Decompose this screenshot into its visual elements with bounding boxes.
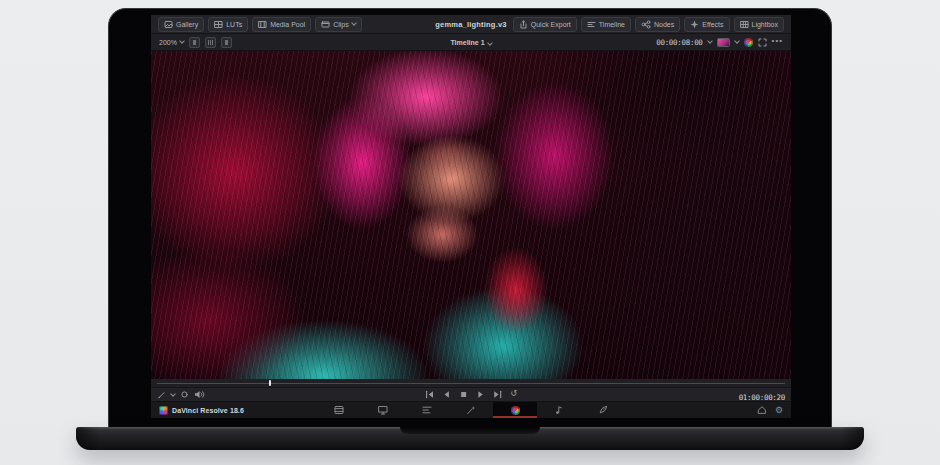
chevron-down-icon[interactable] <box>170 391 176 397</box>
laptop-screen: gemma_lighting.v3 Gallery LUTs Media Poo… <box>108 8 832 427</box>
quick-export-button[interactable]: Quick Export <box>513 17 577 32</box>
page-background: gemma_lighting.v3 Gallery LUTs Media Poo… <box>0 0 940 465</box>
app-version-label: DaVinci Resolve 18.6 <box>172 407 244 414</box>
media-pool-button[interactable]: Media Pool <box>252 17 311 32</box>
page-fairlight-button[interactable] <box>537 402 581 418</box>
timeline-button[interactable]: Timeline <box>581 17 631 32</box>
luts-icon <box>214 20 223 29</box>
chevron-down-icon <box>487 40 493 46</box>
effects-button[interactable]: Effects <box>684 17 729 32</box>
quick-export-icon <box>519 20 528 29</box>
lightbox-button[interactable]: Lightbox <box>734 17 784 32</box>
page-bar-right-group: ⚙ <box>757 405 783 415</box>
effects-icon <box>690 20 699 29</box>
playhead-timecode: 01:00:00:20 <box>739 393 785 402</box>
lightbox-icon <box>740 20 749 29</box>
laptop-thumb-scoop <box>400 427 540 435</box>
chevron-down-icon[interactable] <box>734 38 740 44</box>
loop-button[interactable]: ↺ <box>510 390 517 398</box>
settings-gear-icon[interactable]: ⚙ <box>775 406 783 415</box>
timeline-icon <box>587 20 596 29</box>
gallery-icon <box>164 20 173 29</box>
transport-bar: ↺ 01:00:00:20 <box>151 388 791 402</box>
page-color-button[interactable] <box>493 402 537 418</box>
davinci-resolve-logo <box>159 406 168 415</box>
page-fusion-button[interactable] <box>449 402 493 418</box>
luts-button[interactable]: LUTs <box>208 17 248 32</box>
toolbar-right-group: Quick Export Timeline Nodes Effects <box>513 17 784 32</box>
last-frame-button[interactable] <box>493 390 502 399</box>
clips-icon <box>321 20 330 29</box>
page-navigation-bar: DaVinci Resolve 18.6 ⚙ <box>151 402 791 418</box>
expand-icon[interactable] <box>758 38 767 47</box>
viewer-tools-group <box>157 390 205 399</box>
first-frame-button[interactable] <box>425 390 434 399</box>
color-page-wheel-icon <box>511 406 520 415</box>
page-tabs <box>317 402 625 418</box>
nodes-icon <box>641 20 651 29</box>
viewer-canvas <box>151 51 791 379</box>
clips-button[interactable]: Clips <box>315 17 362 32</box>
chevron-down-icon <box>179 38 185 44</box>
pen-tool-icon[interactable] <box>157 390 166 399</box>
page-deliver-button[interactable] <box>581 402 625 418</box>
top-toolbar: gemma_lighting.v3 Gallery LUTs Media Poo… <box>151 15 791 34</box>
toolbar-left-group: Gallery LUTs Media Pool Clips <box>158 17 362 32</box>
page-cut-button[interactable] <box>361 402 405 418</box>
media-pool-icon <box>258 20 267 29</box>
gallery-button[interactable]: Gallery <box>158 17 204 32</box>
viewer-timecode: 00:00:08:00 <box>656 38 702 47</box>
fur-texture-overlay <box>151 51 791 379</box>
scrubber-track[interactable] <box>157 383 785 384</box>
page-media-button[interactable] <box>317 402 361 418</box>
nodes-button[interactable]: Nodes <box>635 17 680 32</box>
transport-controls: ↺ <box>425 390 517 399</box>
color-wheel-icon[interactable] <box>744 38 753 47</box>
timeline-scrubber[interactable] <box>151 379 791 388</box>
viewer-zoom-select[interactable]: 200% <box>159 39 184 46</box>
viewer-options-bar: Timeline 1 200% 00:00:08:00 ••• <box>151 34 791 51</box>
playhead-timecode-wrap: 01:00:00:20 <box>739 386 785 404</box>
laptop-base <box>76 427 864 450</box>
viewer-bar-right-group: 00:00:08:00 ••• <box>656 38 783 47</box>
play-button[interactable] <box>476 390 485 399</box>
annotation-icon[interactable] <box>180 390 189 399</box>
chevron-down-icon[interactable] <box>707 38 713 44</box>
speaker-icon[interactable] <box>194 390 205 399</box>
page-edit-button[interactable] <box>405 402 449 418</box>
home-icon[interactable] <box>757 405 767 415</box>
step-back-button[interactable] <box>442 390 451 399</box>
davinci-resolve-window: gemma_lighting.v3 Gallery LUTs Media Poo… <box>151 15 791 417</box>
monitor-preview-icon[interactable] <box>717 38 730 47</box>
stop-button[interactable] <box>459 390 468 399</box>
chevron-down-icon <box>351 20 357 26</box>
more-options-icon[interactable]: ••• <box>772 37 783 45</box>
